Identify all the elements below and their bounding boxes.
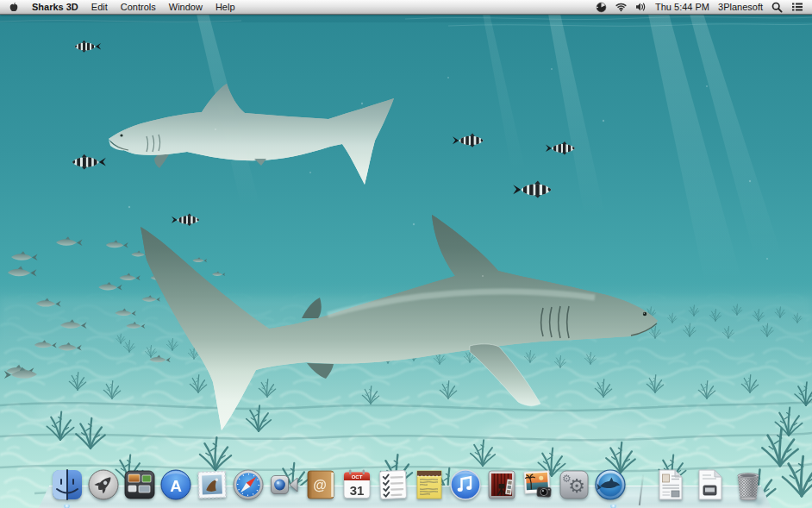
dock-item-calendar[interactable]: OCT 31 [339,467,375,503]
finder-icon [49,467,85,503]
dock-item-trash[interactable] [730,467,766,503]
dock-item-iphoto[interactable] [520,467,556,503]
documents-stack-icon [653,467,689,503]
dock-item-facetime[interactable] [266,467,303,503]
apple-menu[interactable] [9,2,19,13]
wifi-icon[interactable] [615,2,627,12]
spotlight-search-icon[interactable] [771,2,783,13]
dock: A [0,455,812,508]
dock-item-downloads-stack[interactable] [692,467,728,503]
mission-control-icon [122,467,158,503]
app-store-icon: A [158,467,194,503]
dock-item-launchpad[interactable] [85,467,122,503]
running-indicator-finder [63,505,71,508]
dock-item-photo-booth[interactable] [484,467,520,503]
desktop-screen: Sharks 3D Edit Controls Window Help [0,0,812,508]
menu-bar: Sharks 3D Edit Controls Window Help [0,0,812,15]
menu-item-edit[interactable]: Edit [91,2,108,12]
menu-clock[interactable]: Thu 5:44 PM [655,2,709,12]
dock-item-documents-stack[interactable] [653,467,689,503]
notification-center-icon[interactable] [791,2,803,12]
menu-item-controls[interactable]: Controls [121,2,156,12]
reminders-icon [375,467,411,503]
system-preferences-icon: ⚙ ⚙ [556,467,592,503]
svg-text:@: @ [313,478,327,492]
dock-item-itunes[interactable] [447,467,484,503]
volume-icon[interactable] [635,2,646,12]
menu-user-name[interactable]: 3Planesoft [718,2,763,12]
downloads-stack-icon [692,467,728,503]
dock-item-safari[interactable] [230,467,266,503]
notes-icon [411,467,447,503]
svg-text:OCT: OCT [352,474,363,480]
dock-item-contacts[interactable]: @ [303,467,339,503]
dock-item-mail[interactable] [194,467,230,503]
dock-item-sharks-3d[interactable] [592,467,628,503]
app-menu-sharks-3d[interactable]: Sharks 3D [32,2,78,12]
dock-item-finder[interactable] [49,467,85,503]
dock-item-system-preferences[interactable]: ⚙ ⚙ [556,467,592,503]
menu-item-window[interactable]: Window [169,2,203,12]
contacts-icon: @ [303,467,339,503]
trash-icon [730,467,766,503]
launchpad-icon [85,467,122,503]
svg-text:⚙: ⚙ [562,473,572,485]
svg-text:31: 31 [350,483,365,498]
sharks-3d-icon [592,467,628,503]
facetime-icon [266,467,303,503]
dock-item-app-store[interactable]: A [158,467,194,503]
underwater-wallpaper [0,0,812,508]
iphoto-icon [520,467,556,503]
dock-item-reminders[interactable] [375,467,411,503]
running-indicator-sharks-3d [609,505,617,508]
calendar-icon: OCT 31 [339,467,375,503]
itunes-icon [447,467,484,503]
mail-icon [194,467,230,503]
pie-status-icon[interactable] [596,2,607,13]
svg-text:A: A [170,477,182,495]
dock-item-notes[interactable] [411,467,447,503]
photo-booth-icon [484,467,520,503]
safari-icon [230,467,266,503]
apple-logo-icon [9,2,19,13]
menu-item-help[interactable]: Help [215,2,235,12]
dock-item-mission-control[interactable] [122,467,158,503]
